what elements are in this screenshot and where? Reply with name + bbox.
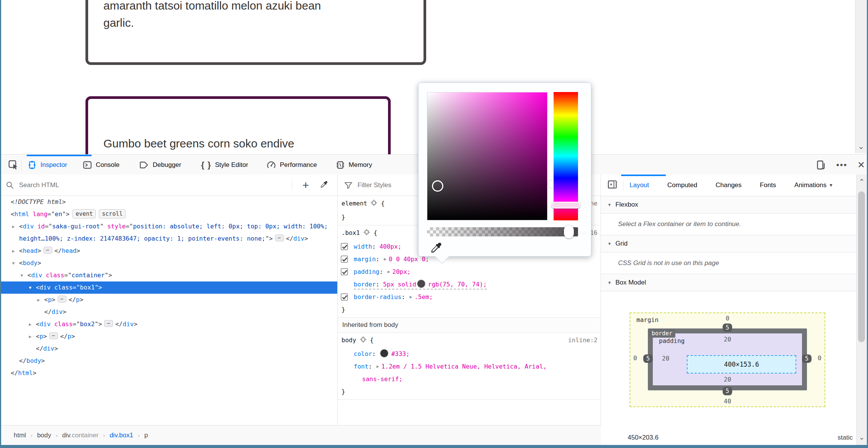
tab-style-editor[interactable]: { } Style Editor (200, 160, 249, 170)
rule-source-link[interactable]: inline:2 (568, 334, 597, 346)
hue-slider[interactable] (554, 92, 578, 220)
property-name[interactable]: color (354, 350, 372, 357)
meatball-menu-icon[interactable]: ••• (836, 160, 847, 170)
property-name[interactable]: padding (354, 268, 379, 275)
scrollbar-thumb[interactable] (858, 191, 865, 342)
markup-row-selected[interactable]: ▼<div class="box1"> (0, 281, 337, 294)
filter-styles-input[interactable]: Filter Styles (358, 181, 391, 189)
box-model-border-layer[interactable]: padding 20 20 20 20 border 400×153.6 5 5… (648, 328, 807, 390)
tab-inspector[interactable]: Inspector (26, 160, 68, 170)
property-value[interactable]: rgb(75, 70, 74); (428, 281, 487, 288)
property-checkbox[interactable] (341, 243, 348, 250)
breadcrumb-item[interactable]: div.container (60, 432, 101, 439)
breadcrumb-item[interactable]: html (11, 432, 28, 439)
expand-value-icon[interactable]: ▶ (388, 265, 390, 278)
markup-row[interactable]: </body> (0, 355, 337, 367)
expand-value-icon[interactable]: ▶ (377, 360, 379, 373)
property-value[interactable]: #333; (391, 350, 409, 357)
markup-row[interactable]: <html lang="en">eventscroll (0, 208, 337, 220)
highlight-node-icon[interactable] (359, 335, 367, 348)
markup-row[interactable]: </div> (0, 343, 337, 355)
box-model-section-header[interactable]: ▼ Box Model (601, 274, 868, 291)
alpha-slider-handle[interactable] (564, 225, 574, 238)
page-scrollbar[interactable]: ⌄ (855, 0, 867, 153)
markup-row[interactable]: </div> (0, 306, 337, 318)
tab-computed[interactable]: Computed (667, 181, 698, 189)
alpha-slider[interactable] (427, 227, 578, 236)
color-swatch[interactable] (417, 280, 425, 288)
tab-performance[interactable]: Performance (266, 160, 317, 170)
grid-section-header[interactable]: ▼ Grid (601, 235, 868, 252)
ellipsis-pill[interactable]: ⋯ (275, 235, 284, 241)
scroll-up-icon[interactable]: ⌃ (857, 178, 867, 186)
ellipsis-pill[interactable]: ⋯ (58, 296, 66, 302)
markup-row[interactable]: ▼<div class="container"> (0, 269, 337, 281)
property-checkbox[interactable] (341, 256, 348, 263)
property-name[interactable]: font (354, 363, 369, 370)
ellipsis-pill[interactable]: ⋯ (43, 247, 52, 254)
expand-sidebar-icon[interactable] (607, 179, 618, 192)
breadcrumb-item[interactable]: p (142, 432, 150, 439)
breadcrumb-item[interactable]: div.box1 (107, 432, 135, 439)
tab-console[interactable]: Console (82, 160, 120, 170)
twisty-open-icon[interactable]: ▼ (27, 282, 34, 294)
search-input[interactable]: Search HTML (19, 181, 59, 189)
markup-row[interactable]: ▼<body> (0, 257, 337, 269)
property-value[interactable]: 1.2em / 1.5 Helvetica Neue, Helvetica, A… (381, 363, 546, 370)
css-property[interactable]: border-radius: ▶.5em; (338, 291, 601, 303)
markup-row[interactable]: ▶<p>⋯</p> (0, 330, 337, 343)
box-model-content[interactable]: 400×153.6 (687, 355, 796, 374)
ellipsis-pill[interactable]: ⋯ (104, 320, 113, 327)
breadcrumb-item[interactable]: body (35, 432, 53, 439)
css-property[interactable]: color: #333; (338, 348, 601, 360)
box-model-margin-layer[interactable]: margin 0 0 0 40 padding 20 20 20 20 bord (630, 312, 825, 407)
markup-row[interactable]: ▶<p>⋯</p> (0, 294, 337, 306)
scroll-down-icon[interactable]: ⌄ (857, 433, 867, 442)
property-name[interactable]: margin (354, 256, 376, 263)
event-badge[interactable]: scroll (99, 209, 126, 218)
eyedropper-icon[interactable] (428, 240, 444, 257)
add-node-button[interactable]: + (302, 181, 309, 189)
property-name[interactable]: border (354, 281, 376, 288)
twisty-closed-icon[interactable]: ▶ (27, 331, 34, 343)
color-swatch[interactable] (380, 349, 388, 357)
highlight-node-icon[interactable] (363, 228, 370, 240)
twisty-closed-icon[interactable]: ▶ (10, 221, 17, 233)
event-badge[interactable]: event (72, 209, 96, 218)
property-name[interactable]: border-radius (354, 293, 401, 301)
property-name[interactable]: width (354, 243, 372, 250)
hue-slider-handle[interactable] (551, 202, 580, 209)
tab-changes[interactable]: Changes (715, 181, 742, 189)
pick-element-button[interactable] (8, 159, 19, 171)
twisty-open-icon[interactable]: ▼ (10, 257, 17, 270)
twisty-closed-icon[interactable]: ▶ (10, 245, 17, 257)
rule-selector[interactable]: element (341, 200, 367, 207)
css-property[interactable]: border: 5px solidrgb(75, 70, 74); (338, 278, 601, 291)
property-value[interactable]: .5em; (414, 293, 433, 301)
expand-value-icon[interactable]: ▶ (410, 291, 412, 303)
css-property[interactable]: font: ▶1.2em / 1.5 Helvetica Neue, Helve… (338, 360, 601, 373)
property-checkbox[interactable] (341, 268, 348, 275)
css-property[interactable]: padding: ▶20px; (338, 265, 601, 278)
expand-value-icon[interactable]: ▶ (384, 253, 386, 265)
close-devtools-icon[interactable]: ✕ (857, 160, 865, 170)
markup-row[interactable]: <!DOCTYPE html> (0, 196, 337, 208)
rule-selector[interactable]: body (341, 336, 356, 344)
markup-row[interactable]: ▶<head>⋯</head> (0, 245, 337, 257)
eyedropper-icon[interactable] (319, 180, 329, 191)
property-value[interactable]: 5px solid (383, 281, 416, 288)
ellipsis-pill[interactable]: ⋯ (49, 332, 58, 339)
markup-row[interactable]: ▶<div id="saka-gui-root" style="position… (0, 220, 337, 245)
rule-selector-line[interactable]: body{inline:2 (338, 334, 601, 348)
rule-selector[interactable]: .box1 (341, 229, 360, 236)
twisty-closed-icon[interactable]: ▶ (35, 294, 42, 306)
property-value[interactable]: 400px; (379, 243, 401, 250)
more-tabs-dropdown-icon[interactable]: ▼ (829, 183, 833, 188)
property-value[interactable]: 20px; (392, 268, 411, 275)
markup-row[interactable]: </html> (0, 367, 337, 379)
tab-animations[interactable]: Animations (794, 181, 828, 189)
tab-layout[interactable]: Layout (629, 181, 650, 189)
highlight-node-icon[interactable] (370, 198, 378, 211)
responsive-design-mode-icon[interactable] (816, 160, 826, 170)
markup-row[interactable]: ▶<div class="box2">⋯</div> (0, 318, 337, 330)
